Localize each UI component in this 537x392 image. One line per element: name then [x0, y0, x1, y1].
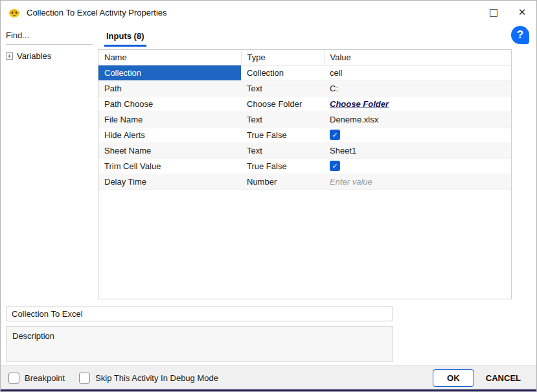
inputs-table: Name Type Value CollectionCollectioncell… — [98, 49, 512, 299]
column-header-value[interactable]: Value — [324, 50, 511, 65]
table-row[interactable]: CollectionCollectioncell — [98, 65, 511, 80]
table-row[interactable]: PathTextC: — [98, 80, 511, 96]
row-value-cell[interactable]: cell — [324, 65, 511, 80]
table-row[interactable]: File NameTextDeneme.xlsx — [98, 111, 511, 127]
row-type-cell: Text — [241, 111, 324, 127]
breakpoint-checkbox[interactable] — [8, 373, 19, 384]
app-icon — [7, 5, 21, 19]
window-bottom-edge — [1, 389, 536, 391]
activity-name-input[interactable] — [6, 306, 393, 321]
value-input-placeholder[interactable]: Enter value — [330, 177, 372, 187]
row-value-cell[interactable]: Choose Folder — [324, 96, 511, 111]
value-checkbox-checked[interactable]: ✓ — [330, 161, 340, 171]
tree-expand-icon[interactable]: + — [6, 52, 13, 60]
table-row[interactable]: Path ChooseChoose FolderChoose Folder — [98, 96, 511, 111]
footer-bar: Breakpoint Skip This Activity In Debug M… — [1, 365, 536, 389]
row-type-cell: Number — [241, 174, 324, 189]
table-row[interactable]: Hide AlertsTrue False✓ — [98, 127, 511, 143]
table-row[interactable]: Trim Cell ValueTrue False✓ — [98, 158, 511, 174]
close-button[interactable]: ✕ — [508, 1, 536, 24]
table-header-row: Name Type Value — [98, 50, 511, 65]
row-value-cell[interactable]: Deneme.xlsx — [324, 111, 511, 127]
table-row[interactable]: Sheet NameTextSheet1 — [98, 143, 511, 158]
tab-strip: Inputs (8) — [104, 27, 146, 49]
row-name-cell[interactable]: Sheet Name — [98, 143, 241, 158]
column-header-type[interactable]: Type — [241, 50, 324, 65]
row-value-cell[interactable]: ✓ — [324, 158, 511, 174]
column-header-name[interactable]: Name — [98, 50, 241, 65]
breakpoint-label[interactable]: Breakpoint — [25, 373, 65, 383]
row-name-cell[interactable]: Path Choose — [98, 96, 241, 111]
row-value-cell[interactable]: ✓ — [324, 127, 511, 143]
inputs-table-body: CollectionCollectioncellPathTextC:Path C… — [98, 65, 511, 189]
row-name-cell[interactable]: File Name — [98, 111, 241, 127]
description-field[interactable]: Description — [6, 326, 393, 362]
value-checkbox-checked[interactable]: ✓ — [330, 130, 340, 140]
skip-debug-checkbox[interactable] — [79, 373, 90, 384]
skip-debug-label[interactable]: Skip This Activity In Debug Mode — [95, 373, 218, 383]
row-type-cell: True False — [241, 158, 324, 174]
help-icon[interactable]: ? — [511, 26, 529, 44]
maximize-button[interactable]: □ — [479, 1, 508, 24]
row-type-cell: Choose Folder — [241, 96, 324, 111]
row-value-cell[interactable]: Sheet1 — [324, 143, 511, 158]
row-name-cell[interactable]: Hide Alerts — [98, 127, 241, 143]
row-value-cell[interactable]: C: — [324, 80, 511, 96]
table-row[interactable]: Delay TimeNumberEnter value — [98, 174, 511, 189]
choose-folder-link[interactable]: Choose Folder — [330, 99, 389, 109]
row-type-cell: True False — [241, 127, 324, 143]
title-bar: Collection To Excel Activity Properties … — [1, 1, 536, 24]
cancel-button[interactable]: CANCEL — [479, 369, 527, 387]
window-title: Collection To Excel Activity Properties — [27, 8, 167, 17]
tab-inputs[interactable]: Inputs (8) — [104, 27, 146, 47]
sidebar-item-variables[interactable]: + Variables — [1, 45, 97, 61]
row-name-cell[interactable]: Trim Cell Value — [98, 158, 241, 174]
tree-item-label: Variables — [17, 51, 51, 61]
row-name-cell[interactable]: Collection — [98, 65, 241, 80]
row-name-cell[interactable]: Path — [98, 80, 241, 96]
ok-button[interactable]: OK — [433, 369, 474, 387]
sidebar: Find... + Variables — [1, 24, 97, 297]
find-input[interactable]: Find... — [6, 28, 93, 45]
row-type-cell: Collection — [241, 65, 324, 80]
row-type-cell: Text — [241, 143, 324, 158]
row-name-cell[interactable]: Delay Time — [98, 174, 241, 189]
row-value-cell[interactable]: Enter value — [324, 174, 511, 189]
row-type-cell: Text — [241, 80, 324, 96]
